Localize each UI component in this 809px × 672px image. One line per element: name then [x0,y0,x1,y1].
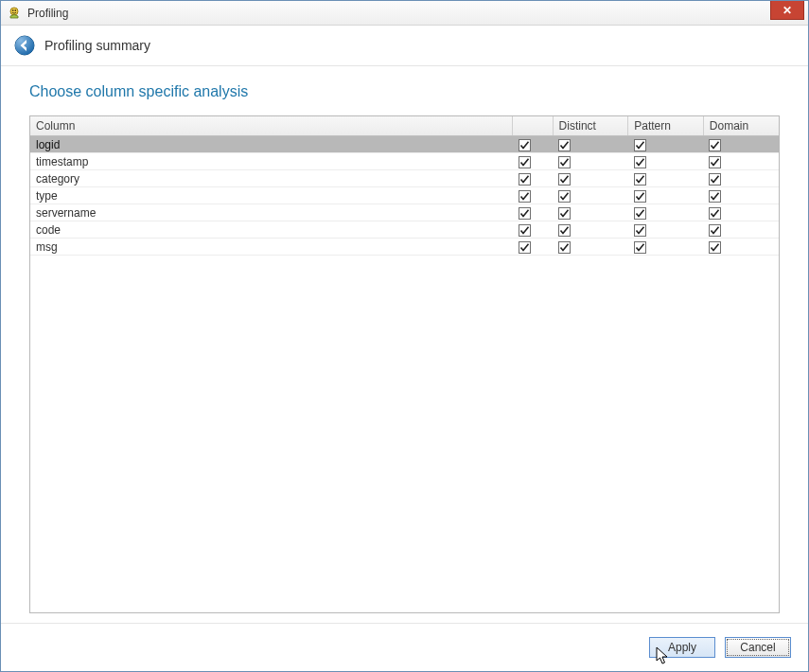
cell-domain [703,187,779,204]
apply-button[interactable]: Apply [649,637,715,658]
checkbox[interactable] [519,156,531,168]
checkbox[interactable] [709,190,721,203]
cell-distinct [553,204,628,221]
header-distinct[interactable]: Distinct [553,116,628,136]
cell-pattern [628,239,704,256]
checkbox[interactable] [634,190,646,203]
svg-point-4 [15,36,34,55]
cell-column-name: logid [30,136,513,153]
back-icon[interactable] [14,35,35,56]
app-icon [7,6,22,21]
cell-distinct [553,221,628,239]
checkbox[interactable] [519,139,531,151]
cell-check1 [513,187,553,204]
cell-domain [703,170,779,187]
section-heading: Choose column specific analysis [29,83,780,100]
cell-check1 [513,170,553,187]
table-row[interactable]: servername [30,204,779,221]
cell-pattern [628,187,704,204]
checkbox[interactable] [709,139,721,151]
checkbox[interactable] [558,207,571,220]
table-row[interactable]: type [30,187,779,204]
cell-domain [703,221,779,239]
header-pattern[interactable]: Pattern [628,116,704,136]
subheader: Profiling summary [1,26,808,66]
titlebar: Profiling ✕ [1,1,808,26]
checkbox[interactable] [709,207,721,220]
checkbox[interactable] [519,190,531,203]
window-title: Profiling [27,7,68,20]
checkbox[interactable] [634,224,646,237]
svg-point-2 [14,9,16,11]
header-domain[interactable]: Domain [703,116,779,136]
profiling-window: Profiling ✕ Profiling summary Choose col… [0,0,809,672]
cell-column-name: code [30,221,513,239]
checkbox[interactable] [558,156,571,168]
cell-domain [703,239,779,256]
checkbox[interactable] [709,224,721,237]
checkbox[interactable] [519,224,531,237]
cell-distinct [553,136,628,153]
checkbox[interactable] [558,173,571,186]
cell-distinct [553,153,628,170]
cell-check1 [513,221,553,239]
cell-column-name: category [30,170,513,187]
cell-check1 [513,239,553,256]
table-row[interactable]: code [30,221,779,239]
content-area: Choose column specific analysis Column D… [1,66,808,623]
cell-column-name: type [30,187,513,204]
checkbox[interactable] [709,156,721,168]
table-row[interactable]: category [30,170,779,187]
cell-pattern [628,136,704,153]
page-title: Profiling summary [44,38,150,53]
cell-pattern [628,170,704,187]
cell-column-name: timestamp [30,153,513,170]
cell-domain [703,136,779,153]
table-row[interactable]: timestamp [30,153,779,170]
checkbox[interactable] [709,173,721,186]
checkbox[interactable] [634,241,646,254]
cancel-button[interactable]: Cancel [725,637,791,658]
analysis-table: Column Distinct Pattern Domain logidtime… [30,116,779,256]
checkbox[interactable] [519,173,531,186]
checkbox[interactable] [634,173,646,186]
cell-domain [703,153,779,170]
checkbox[interactable] [558,224,571,237]
checkbox[interactable] [634,139,646,151]
header-check1[interactable] [513,116,553,136]
cell-column-name: msg [30,239,513,256]
cell-distinct [553,187,628,204]
cell-column-name: servername [30,204,513,221]
table-row[interactable]: logid [30,136,779,153]
cell-check1 [513,136,553,153]
header-column[interactable]: Column [30,116,513,136]
checkbox[interactable] [634,156,646,168]
checkbox[interactable] [558,190,571,203]
svg-point-1 [12,9,14,11]
cell-check1 [513,204,553,221]
close-icon: ✕ [783,5,792,16]
table-header-row: Column Distinct Pattern Domain [30,116,779,136]
svg-point-0 [10,8,18,15]
footer: Apply Cancel [1,623,808,671]
checkbox[interactable] [558,241,571,254]
analysis-table-container: Column Distinct Pattern Domain logidtime… [29,115,780,613]
cell-distinct [553,239,628,256]
cell-pattern [628,153,704,170]
checkbox[interactable] [558,139,571,151]
cell-distinct [553,170,628,187]
cell-pattern [628,221,704,239]
close-button[interactable]: ✕ [770,1,804,20]
cell-domain [703,204,779,221]
checkbox[interactable] [519,241,531,254]
checkbox[interactable] [634,207,646,220]
cell-check1 [513,153,553,170]
checkbox[interactable] [709,241,721,254]
table-row[interactable]: msg [30,239,779,256]
cell-pattern [628,204,704,221]
checkbox[interactable] [519,207,531,220]
